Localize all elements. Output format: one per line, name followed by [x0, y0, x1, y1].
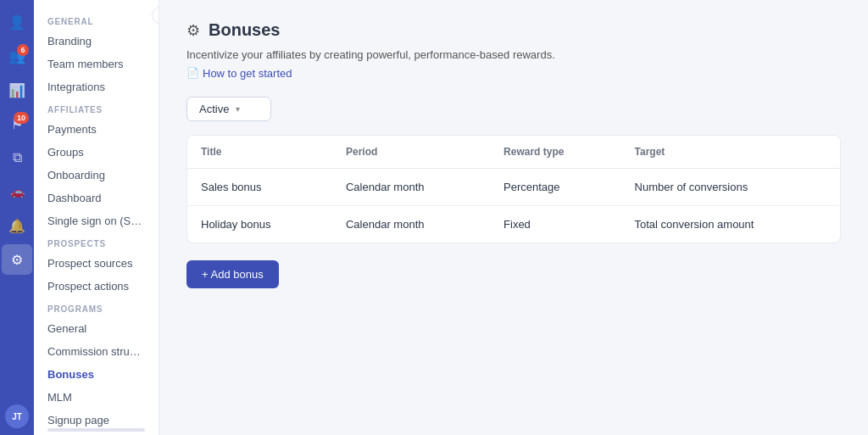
bonus-target-1: Number of conversions — [621, 168, 840, 205]
bonus-period-1: Calendar month — [332, 168, 490, 205]
nav-icon-layers[interactable]: ⧉ — [2, 142, 32, 173]
bell-icon: 🔔 — [8, 218, 25, 234]
sidebar-item-sso[interactable]: Single sign on (SSO) — [34, 209, 159, 232]
sidebar: ‹ GENERAL Branding Team members Integrat… — [34, 0, 159, 435]
nav-icon-team[interactable]: 👥 6 — [2, 41, 32, 71]
sidebar-item-commission[interactable]: Commission structur — [34, 340, 159, 363]
status-filter-dropdown[interactable]: Active ▾ — [186, 97, 271, 121]
sidebar-item-dashboard[interactable]: Dashboard — [34, 187, 159, 209]
page-header: ⚙ Bonuses — [186, 20, 841, 40]
sidebar-section-affiliates: AFFILIATES Payments Groups Onboarding Da… — [34, 98, 159, 232]
sidebar-item-prospect-actions[interactable]: Prospect actions — [34, 275, 159, 298]
sidebar-section-programs: PROGRAMS General Commission structur Bon… — [34, 298, 159, 435]
filter-bar: Active ▾ — [186, 97, 841, 121]
sidebar-item-groups[interactable]: Groups — [34, 141, 159, 164]
nav-icon-car[interactable]: 🚗 — [2, 176, 32, 207]
nav-icon-gear[interactable]: ⚙ — [2, 244, 32, 275]
bonus-reward-type-2: Fixed — [490, 205, 620, 243]
bonus-target-2: Total conversion amount — [621, 205, 840, 243]
sidebar-item-general-program[interactable]: General — [34, 317, 159, 340]
sidebar-item-team-members[interactable]: Team members — [34, 53, 159, 75]
sidebar-item-payments[interactable]: Payments — [34, 118, 159, 141]
main-content: ⚙ Bonuses Incentivize your affiliates by… — [159, 0, 868, 435]
sidebar-item-integrations[interactable]: Integrations — [34, 75, 159, 98]
chart-icon: 📊 — [8, 82, 25, 98]
sidebar-item-group[interactable]: Group — [34, 432, 159, 435]
layers-icon: ⧉ — [13, 150, 22, 165]
bonus-title-1: Sales bonus — [187, 168, 332, 205]
table-body: Sales bonus Calendar month Percentage Nu… — [187, 168, 840, 243]
page-title: Bonuses — [209, 20, 280, 40]
help-link-text: How to get started — [203, 67, 292, 80]
help-link[interactable]: 📄 How to get started — [186, 67, 292, 80]
sidebar-section-label-prospects: PROSPECTS — [34, 232, 159, 252]
page-gear-icon: ⚙ — [186, 21, 200, 40]
flag-badge: 10 — [14, 112, 29, 124]
sidebar-item-bonuses[interactable]: Bonuses — [34, 363, 159, 386]
col-header-title: Title — [187, 136, 332, 169]
dropdown-arrow-icon: ▾ — [236, 104, 240, 114]
sidebar-scrollbar — [47, 428, 145, 432]
table-header: Title Period Reward type Target — [187, 136, 840, 169]
table-header-row: Title Period Reward type Target — [187, 136, 840, 169]
sidebar-section-prospects: PROSPECTS Prospect sources Prospect acti… — [34, 232, 159, 298]
col-header-reward-type: Reward type — [490, 136, 620, 169]
sidebar-section-label-programs: PROGRAMS — [34, 298, 159, 317]
nav-icon-bell[interactable]: 🔔 — [2, 210, 32, 241]
sidebar-item-prospect-sources[interactable]: Prospect sources — [34, 252, 159, 275]
bonus-period-2: Calendar month — [332, 205, 490, 243]
sidebar-section-general: GENERAL Branding Team members Integratio… — [34, 10, 159, 98]
car-icon: 🚗 — [10, 185, 25, 198]
users-icon: 👤 — [8, 14, 25, 31]
sidebar-item-branding[interactable]: Branding — [34, 30, 159, 53]
bonus-title-2: Holiday bonus — [187, 205, 332, 243]
filter-label: Active — [199, 103, 229, 115]
gear-icon: ⚙ — [11, 252, 23, 268]
page-description: Incentivize your affiliates by creating … — [186, 48, 841, 61]
sidebar-section-label-general: GENERAL — [34, 10, 159, 30]
sidebar-item-onboarding[interactable]: Onboarding — [34, 164, 159, 187]
help-link-icon: 📄 — [186, 67, 199, 79]
icon-nav-bottom: JT — [5, 404, 29, 428]
col-header-target: Target — [621, 136, 840, 169]
icon-nav: 👤 👥 6 📊 ⚑ 10 ⧉ 🚗 🔔 ⚙ JT — [0, 0, 34, 435]
nav-icon-users[interactable]: 👤 — [2, 7, 32, 37]
bonus-reward-type-1: Percentage — [490, 168, 620, 205]
bonuses-table-container: Title Period Reward type Target Sales bo… — [186, 135, 841, 243]
sidebar-section-label-affiliates: AFFILIATES — [34, 98, 159, 118]
table-row[interactable]: Holiday bonus Calendar month Fixed Total… — [187, 205, 840, 243]
team-badge: 6 — [17, 44, 29, 56]
add-bonus-button[interactable]: + Add bonus — [186, 260, 279, 288]
table-row[interactable]: Sales bonus Calendar month Percentage Nu… — [187, 168, 840, 205]
user-avatar[interactable]: JT — [5, 404, 29, 428]
bonuses-table: Title Period Reward type Target Sales bo… — [187, 136, 840, 243]
nav-icon-flag[interactable]: ⚑ 10 — [2, 109, 32, 139]
sidebar-item-mlm[interactable]: MLM — [34, 386, 159, 409]
nav-icon-chart[interactable]: 📊 — [2, 75, 32, 105]
col-header-period: Period — [332, 136, 490, 169]
